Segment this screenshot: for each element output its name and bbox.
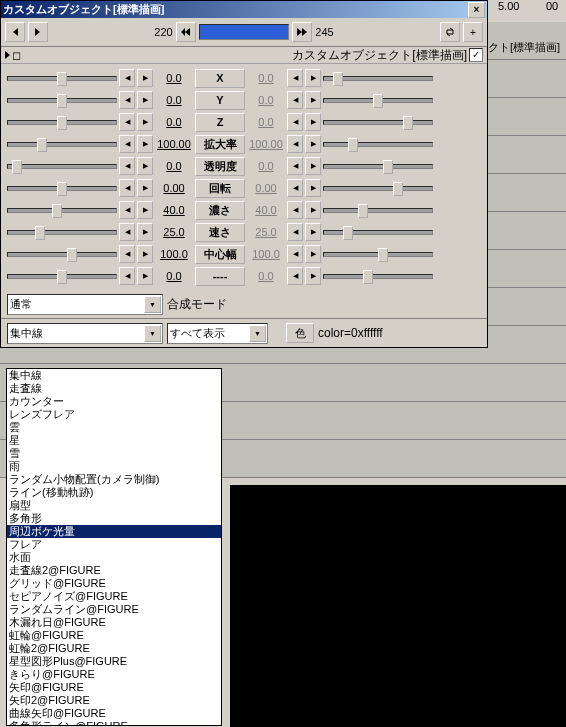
step-right-icon[interactable]: ▶: [305, 113, 321, 131]
param-slider-right[interactable]: [323, 267, 433, 285]
param-value-right[interactable]: 0.0: [247, 94, 285, 106]
step-right-icon[interactable]: ▶: [137, 245, 153, 263]
step-right-icon[interactable]: ▶: [137, 157, 153, 175]
step-right-icon[interactable]: ▶: [305, 267, 321, 285]
step-left-icon[interactable]: ◀: [287, 179, 303, 197]
step-right-icon[interactable]: ▶: [305, 157, 321, 175]
step-left-icon[interactable]: ◀: [119, 201, 135, 219]
chevron-down-icon[interactable]: ▼: [249, 325, 266, 342]
param-label-button[interactable]: 拡大率: [195, 135, 245, 154]
param-slider-left[interactable]: [7, 113, 117, 131]
step-right-icon[interactable]: ▶: [305, 135, 321, 153]
param-value-left[interactable]: 0.0: [155, 270, 193, 282]
param-label-button[interactable]: ----: [195, 267, 245, 286]
step-left-icon[interactable]: ◀: [287, 91, 303, 109]
step-left-icon[interactable]: ◀: [287, 201, 303, 219]
param-value-left[interactable]: 100.00: [155, 138, 193, 150]
step-right-icon[interactable]: ▶: [305, 91, 321, 109]
dropdown-item[interactable]: 走査線: [7, 382, 221, 395]
step-right-icon[interactable]: ▶: [137, 135, 153, 153]
dropdown-item[interactable]: きらり@FIGURE: [7, 668, 221, 681]
param-label-button[interactable]: X: [195, 69, 245, 88]
param-slider-right[interactable]: [323, 201, 433, 219]
param-slider-left[interactable]: [7, 245, 117, 263]
dropdown-item[interactable]: グリッド@FIGURE: [7, 577, 221, 590]
param-slider-left[interactable]: [7, 69, 117, 87]
dropdown-item[interactable]: セピアノイズ@FIGURE: [7, 590, 221, 603]
effect-combo[interactable]: 集中線 ▼: [7, 323, 163, 344]
dropdown-item[interactable]: 雲: [7, 421, 221, 434]
param-value-right[interactable]: 100.0: [247, 248, 285, 260]
dropdown-item[interactable]: レンズフレア: [7, 408, 221, 421]
dropdown-item[interactable]: 扇型: [7, 499, 221, 512]
param-value-right[interactable]: 25.0: [247, 226, 285, 238]
step-right-icon[interactable]: ▶: [305, 245, 321, 263]
blend-mode-combo[interactable]: 通常 ▼: [7, 294, 163, 315]
param-value-left[interactable]: 0.00: [155, 182, 193, 194]
step-right-icon[interactable]: ▶: [305, 201, 321, 219]
param-slider-right[interactable]: [323, 157, 433, 175]
titlebar[interactable]: カスタムオブジェクト[標準描画] ×: [1, 1, 487, 18]
param-slider-left[interactable]: [7, 157, 117, 175]
param-slider-right[interactable]: [323, 223, 433, 241]
step-left-icon[interactable]: ◀: [287, 113, 303, 131]
param-value-left[interactable]: 0.0: [155, 160, 193, 172]
dropdown-item[interactable]: 水面: [7, 551, 221, 564]
dropdown-item[interactable]: カウンター: [7, 395, 221, 408]
add-icon[interactable]: +: [463, 22, 483, 42]
param-value-right[interactable]: 100.00: [247, 138, 285, 150]
step-left-icon[interactable]: ◀: [119, 157, 135, 175]
step-left-icon[interactable]: ◀: [287, 69, 303, 87]
param-value-right[interactable]: 0.0: [247, 72, 285, 84]
param-slider-right[interactable]: [323, 179, 433, 197]
expand-icon[interactable]: [5, 51, 10, 59]
step-left-icon[interactable]: ◀: [287, 157, 303, 175]
param-label-button[interactable]: 速さ: [195, 223, 245, 242]
step-left-icon[interactable]: ◀: [287, 267, 303, 285]
step-left-icon[interactable]: ◀: [119, 91, 135, 109]
dropdown-item[interactable]: 矢印2@FIGURE: [7, 694, 221, 707]
step-right-icon[interactable]: ▶: [305, 69, 321, 87]
param-slider-left[interactable]: [7, 267, 117, 285]
param-slider-left[interactable]: [7, 179, 117, 197]
dropdown-item[interactable]: 多角形ライン@FIGURE: [7, 720, 221, 726]
step-left-icon[interactable]: ◀: [119, 245, 135, 263]
step-left-icon[interactable]: ◀: [287, 223, 303, 241]
param-value-right[interactable]: 0.0: [247, 116, 285, 128]
param-value-right[interactable]: 0.0: [247, 270, 285, 282]
step-right-icon[interactable]: ▶: [305, 179, 321, 197]
dropdown-item[interactable]: フレア: [7, 538, 221, 551]
dropdown-item[interactable]: ランダムライン@FIGURE: [7, 603, 221, 616]
step-left-icon[interactable]: ◀: [287, 135, 303, 153]
dropdown-item[interactable]: 虹輪@FIGURE: [7, 629, 221, 642]
step-right-icon[interactable]: ▶: [137, 91, 153, 109]
param-slider-right[interactable]: [323, 91, 433, 109]
step-left-icon[interactable]: ◀: [119, 267, 135, 285]
param-slider-left[interactable]: [7, 201, 117, 219]
param-slider-left[interactable]: [7, 135, 117, 153]
dropdown-item[interactable]: ランダム小物配置(カメラ制御): [7, 473, 221, 486]
param-value-left[interactable]: 25.0: [155, 226, 193, 238]
param-label-button[interactable]: 濃さ: [195, 201, 245, 220]
end-frame[interactable]: 245: [315, 26, 345, 38]
color-button[interactable]: 色: [286, 323, 314, 343]
param-label-button[interactable]: 透明度: [195, 157, 245, 176]
param-slider-left[interactable]: [7, 91, 117, 109]
dropdown-item[interactable]: 星型図形Plus@FIGURE: [7, 655, 221, 668]
param-label-button[interactable]: 回転: [195, 179, 245, 198]
time-slider[interactable]: [199, 24, 290, 40]
param-value-left[interactable]: 100.0: [155, 248, 193, 260]
step-right-icon[interactable]: ▶: [137, 223, 153, 241]
param-value-left[interactable]: 40.0: [155, 204, 193, 216]
step-right-icon[interactable]: ▶: [137, 201, 153, 219]
dropdown-item[interactable]: 矢印@FIGURE: [7, 681, 221, 694]
param-value-right[interactable]: 0.0: [247, 160, 285, 172]
param-slider-right[interactable]: [323, 69, 433, 87]
step-left-icon[interactable]: ◀: [119, 179, 135, 197]
param-slider-right[interactable]: [323, 245, 433, 263]
param-value-right[interactable]: 40.0: [247, 204, 285, 216]
param-value-left[interactable]: 0.0: [155, 94, 193, 106]
dropdown-item[interactable]: 雪: [7, 447, 221, 460]
chevron-down-icon[interactable]: ▼: [144, 296, 161, 313]
step-left-icon[interactable]: ◀: [119, 113, 135, 131]
